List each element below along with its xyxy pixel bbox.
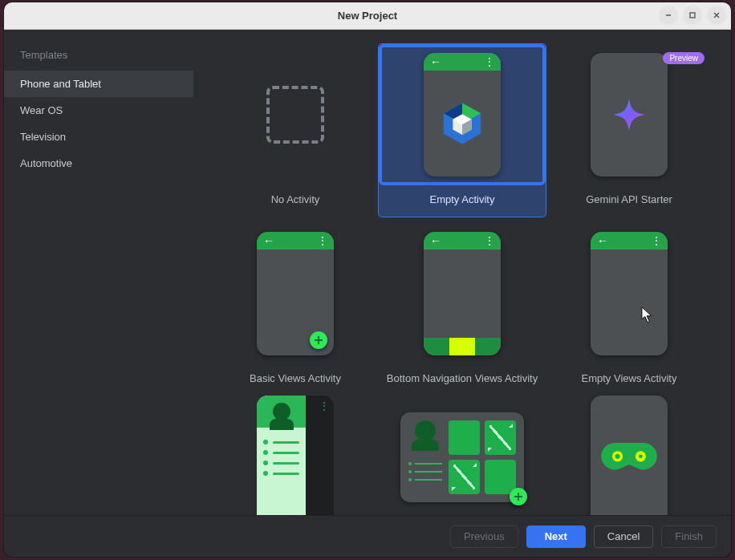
template-card-empty-views[interactable]: ← ⋮ [546,223,713,364]
close-button[interactable] [707,6,726,25]
templates-grid: No Activity ← ⋮ [193,30,731,513]
templates-sidebar: Templates Phone and Tablet Wear OS Telev… [4,30,193,515]
template-label: Basic Views Activity [246,364,344,396]
back-arrow-icon: ← [430,235,441,246]
template-cell-empty-activity: ← ⋮ [379,44,546,217]
template-cell-game [546,402,713,513]
preview-badge: Preview [663,52,705,64]
template-card-nav-drawer[interactable]: ⋮ [212,402,379,513]
sidebar-item-automotive[interactable]: Automotive [4,150,193,177]
bottom-nav-icon [424,338,501,355]
svg-rect-1 [690,13,695,18]
preview-appbar: ← ⋮ [591,232,668,250]
finish-button: Finish [661,526,717,548]
sidebar-section-title: Templates [4,44,193,71]
template-card-bottom-nav[interactable]: ← ⋮ [379,223,546,364]
template-cell-no-activity: No Activity [212,44,379,217]
template-label: No Activity [268,185,323,217]
template-label: Empty Views Activity [579,364,680,396]
template-cell-gemini: Preview [546,44,713,217]
template-card-responsive[interactable] [379,402,546,513]
phone-preview: ⋮ [257,396,334,515]
preview-appbar: ← ⋮ [424,232,501,250]
preview-appbar: ← ⋮ [424,53,501,71]
svg-point-14 [639,454,643,458]
template-cell-nav-drawer: ⋮ [212,402,379,513]
phone-preview: ← ⋮ [257,232,334,355]
template-card-basic-views[interactable]: ← ⋮ [212,223,379,364]
fab-add-icon [510,488,527,505]
preview-appbar: ← ⋮ [257,232,334,250]
previous-button: Previous [450,526,518,548]
back-arrow-icon: ← [263,235,274,246]
jetpack-compose-icon [439,100,485,147]
phone-preview: ← ⋮ [424,53,501,177]
overflow-menu-icon: ⋮ [319,400,329,412]
template-label: Empty Activity [427,185,498,217]
drawer-items-icon [257,428,306,488]
new-project-window: New Project Templates Phone and Tablet W… [4,2,731,557]
back-arrow-icon: ← [430,56,441,67]
template-card-no-activity[interactable] [212,44,379,185]
dashed-box-icon [266,86,324,144]
overflow-menu-icon: ⋮ [318,236,327,246]
template-card-empty-activity[interactable]: ← ⋮ [379,44,546,185]
gemini-star-icon [611,97,647,132]
minimize-button[interactable] [659,6,678,25]
sidebar-item-television[interactable]: Television [4,124,193,150]
template-cell-basic-views: ← ⋮ Basic Views Activity [212,223,379,396]
phone-preview [591,53,668,177]
template-cell-bottom-nav: ← ⋮ Bottom Navigation Views Activity [379,223,546,396]
window-controls [659,6,726,25]
templates-main: No Activity ← ⋮ [193,30,731,515]
template-card-gemini[interactable]: Preview [546,44,713,185]
phone-preview: ← ⋮ [424,232,501,355]
phone-preview: ← ⋮ [591,232,668,355]
template-label: Bottom Navigation Views Activity [384,364,541,396]
gamepad-icon [599,438,659,477]
back-arrow-icon: ← [597,235,608,246]
sidebar-item-phone-and-tablet[interactable]: Phone and Tablet [4,71,193,97]
overflow-menu-icon: ⋮ [485,57,494,67]
overflow-menu-icon: ⋮ [485,236,494,246]
avatar-icon [415,420,436,441]
template-card-game[interactable] [546,402,713,513]
fab-add-icon [310,331,327,349]
template-cell-empty-views: ← ⋮ Empty Views Activity [546,223,713,396]
titlebar: New Project [4,2,731,30]
avatar-icon [273,403,290,420]
next-button[interactable]: Next [526,526,586,548]
template-cell-responsive [379,402,546,513]
phone-preview [591,396,668,515]
window-title: New Project [338,10,397,22]
sidebar-item-wear-os[interactable]: Wear OS [4,97,193,124]
template-label: Gemini API Starter [583,185,676,217]
cancel-button[interactable]: Cancel [594,526,653,548]
dialog-body: Templates Phone and Tablet Wear OS Telev… [4,30,731,515]
tablet-preview [400,412,524,502]
overflow-menu-icon: ⋮ [652,236,661,246]
drawer-header-icon [257,396,306,428]
maximize-button[interactable] [683,6,702,25]
wizard-footer: Previous Next Cancel Finish [4,515,731,557]
svg-rect-12 [616,454,619,459]
